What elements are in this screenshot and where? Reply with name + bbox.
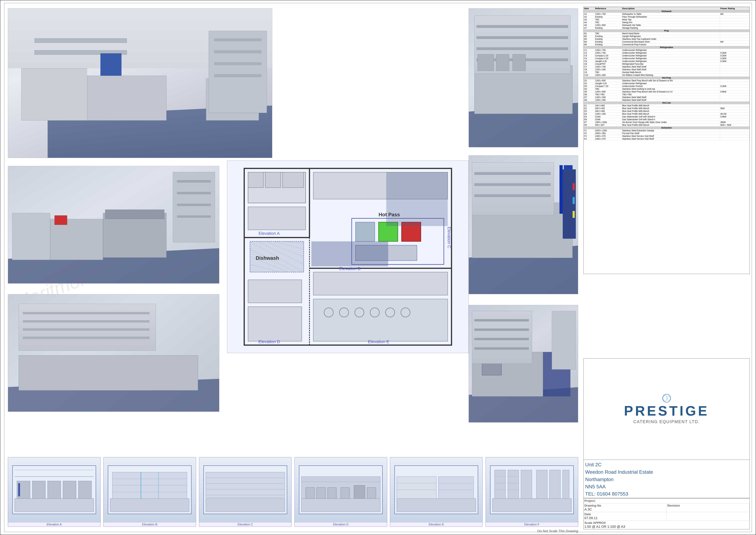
view-3d-righttop bbox=[469, 8, 578, 147]
svg-rect-16 bbox=[311, 241, 388, 267]
svg-text:Elevation E: Elevation E bbox=[368, 339, 389, 344]
address-line4: NN5 5AA bbox=[585, 483, 748, 491]
svg-rect-27 bbox=[248, 280, 302, 303]
address-line2: Weedon Road Industrial Estate bbox=[585, 468, 748, 476]
empty-cell bbox=[666, 512, 749, 521]
svg-rect-93 bbox=[549, 470, 560, 498]
svg-rect-63 bbox=[206, 499, 285, 512]
elevation-d-box: Elevation D bbox=[294, 457, 387, 527]
svg-rect-80 bbox=[397, 499, 476, 512]
svg-rect-94 bbox=[563, 470, 569, 498]
date-cell: Date 07.09.11 bbox=[584, 512, 667, 521]
floor-plan: Elevation A Elevation B Elevation C Elev… bbox=[227, 160, 469, 353]
elevation-d-content bbox=[295, 457, 387, 522]
render-rightmid bbox=[469, 155, 578, 294]
do-not-scale-text: Do Not Scale This Drawing bbox=[537, 529, 578, 533]
elevation-d-label: Elevation D bbox=[295, 522, 387, 526]
svg-rect-77 bbox=[367, 488, 376, 498]
title-block: PRESTIGE CATERING EQUIPMENT LTD. Unit 2C… bbox=[583, 358, 750, 529]
svg-rect-7 bbox=[265, 172, 281, 188]
svg-rect-50 bbox=[78, 481, 92, 499]
elevation-a-svg bbox=[10, 461, 98, 519]
elevation-d-svg bbox=[297, 461, 385, 519]
svg-text:Elevation C: Elevation C bbox=[446, 227, 451, 248]
svg-rect-17 bbox=[386, 172, 448, 226]
view-3d-topleft bbox=[8, 8, 272, 158]
address-block: Unit 2C Weedon Road Industrial Estate No… bbox=[584, 460, 749, 498]
svg-rect-28 bbox=[248, 307, 302, 341]
date-label: Date bbox=[584, 513, 666, 516]
col-ref: Reference bbox=[595, 7, 622, 10]
svg-rect-6 bbox=[248, 172, 263, 188]
col-power: Power Rating bbox=[720, 7, 749, 10]
elevations-row: Elevation A Elevation B bbox=[8, 457, 578, 527]
prestige-logo: PRESTIGE CATERING EQUIPMENT LTD. bbox=[624, 394, 709, 424]
scale-label: Scale APPROX bbox=[584, 521, 606, 524]
svg-rect-64 bbox=[206, 472, 285, 498]
section-dishwash: Dishwash bbox=[584, 10, 749, 13]
elevation-b-box: Elevation B bbox=[103, 457, 196, 527]
telephone: TEL: 01604 807553 bbox=[585, 491, 748, 497]
elevation-b-content bbox=[103, 457, 196, 522]
elevation-e-box: Elevation E bbox=[390, 457, 483, 527]
view-3d-midleft bbox=[8, 166, 219, 284]
prestige-logo-circle bbox=[662, 394, 671, 403]
scale-value: 1:50 @ A1 OR 1:100 @ A3 bbox=[584, 525, 625, 528]
equipment-list: Item Reference Description Power Rating … bbox=[584, 7, 749, 140]
render-righttop bbox=[469, 9, 578, 147]
scale-info: Scale APPROX 1:50 @ A1 OR 1:100 @ A3 bbox=[584, 521, 749, 529]
svg-rect-89 bbox=[495, 470, 505, 498]
svg-rect-55 bbox=[110, 499, 189, 512]
svg-rect-70 bbox=[301, 499, 380, 512]
render-botleft bbox=[8, 294, 219, 411]
date-value: 07.09.11 bbox=[584, 516, 666, 520]
svg-rect-75 bbox=[341, 488, 350, 498]
drawing-info-grid: Project: Drawing No A.3C Revision Date 0… bbox=[584, 498, 749, 529]
svg-rect-29 bbox=[313, 272, 448, 295]
elevation-f-box: Elevation F bbox=[486, 457, 578, 527]
svg-rect-73 bbox=[317, 488, 325, 498]
svg-rect-74 bbox=[328, 488, 336, 498]
drawing-page: Meritmores Country Club bbox=[0, 0, 756, 535]
svg-rect-72 bbox=[306, 488, 314, 498]
svg-text:Elevation D: Elevation D bbox=[258, 339, 280, 344]
elevation-c-svg bbox=[202, 461, 289, 519]
view-3d-rightmid bbox=[469, 155, 578, 294]
elevation-f-content bbox=[486, 457, 578, 522]
drawing-no-value: A.3C bbox=[584, 507, 666, 511]
elevation-e-label: Elevation E bbox=[390, 522, 482, 526]
svg-rect-48 bbox=[48, 481, 61, 499]
elevation-f-svg bbox=[488, 461, 576, 519]
svg-text:Dishwash: Dishwash bbox=[256, 256, 279, 261]
drawing-no-label: Drawing No bbox=[584, 504, 666, 507]
elevation-c-label: Elevation C bbox=[199, 522, 291, 526]
elevation-a-box: Elevation A bbox=[8, 457, 100, 527]
address-line3: Northampton bbox=[585, 476, 748, 483]
equipment-table: Item Reference Description Power Rating … bbox=[583, 7, 750, 274]
svg-rect-53 bbox=[18, 483, 20, 496]
revision-label: Revision bbox=[667, 504, 749, 507]
section-prep: Prep bbox=[584, 29, 749, 32]
render-midleft bbox=[8, 166, 219, 283]
svg-rect-82 bbox=[439, 477, 473, 498]
svg-rect-88 bbox=[492, 499, 571, 512]
svg-rect-49 bbox=[63, 481, 76, 499]
section-refrigeration: Refrigeration bbox=[584, 46, 749, 49]
project-label: Project: bbox=[584, 499, 596, 502]
svg-text:Hot Pass: Hot Pass bbox=[379, 212, 400, 217]
elevation-e-content bbox=[390, 457, 482, 522]
company-info: PRESTIGE CATERING EQUIPMENT LTD. bbox=[584, 358, 749, 460]
col-item: Item bbox=[584, 7, 595, 10]
svg-text:Elevation A: Elevation A bbox=[258, 231, 280, 236]
view-3d-botleft bbox=[8, 294, 219, 412]
svg-rect-14 bbox=[248, 207, 306, 230]
elevation-b-label: Elevation B bbox=[103, 522, 196, 526]
section-extraction: Extraction bbox=[584, 127, 749, 129]
section-hotprep: Hot Prep bbox=[584, 76, 749, 79]
company-subtitle: CATERING EQUIPMENT LTD. bbox=[634, 419, 700, 424]
col-desc: Description bbox=[622, 7, 720, 10]
svg-rect-76 bbox=[354, 485, 365, 498]
company-name: PRESTIGE bbox=[624, 403, 709, 419]
elevation-a-label: Elevation A bbox=[8, 522, 100, 526]
elevation-c-box: Elevation C bbox=[199, 457, 292, 527]
